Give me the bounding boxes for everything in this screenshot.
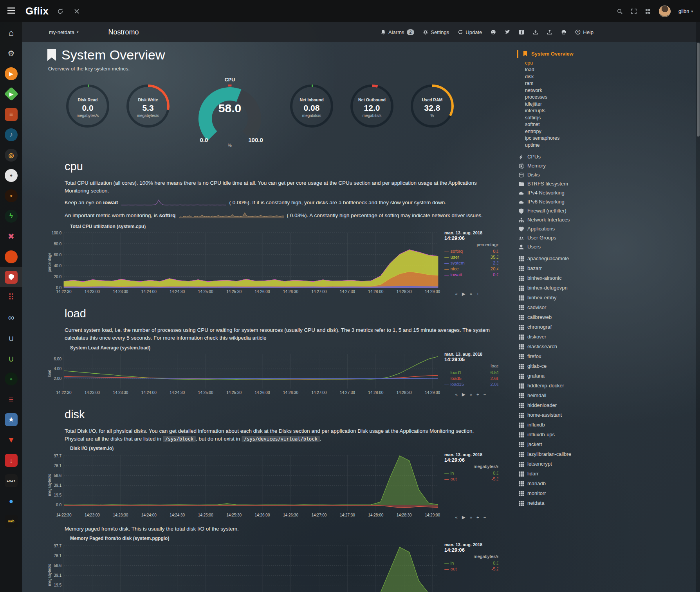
legend-item-load1[interactable]: — load1 6.51 (444, 370, 498, 376)
menu-app-influxdb[interactable]: influxdb (517, 420, 611, 430)
menu-section-cpus[interactable]: CPUs (517, 153, 611, 162)
chart-skip-backward-button[interactable]: « (455, 292, 457, 296)
menu-system-overview[interactable]: System Overview (517, 50, 611, 58)
menu-app-chronograf[interactable]: chronograf (517, 322, 611, 332)
menu-item-network[interactable]: network (517, 87, 611, 94)
menu-app-elasticsearch[interactable]: elasticsearch (517, 342, 611, 352)
netdata-hostname[interactable]: Nostromo (108, 28, 139, 36)
chart-zoom-out-button[interactable]: − (484, 292, 486, 296)
menu-item-interrupts[interactable]: interrupts (517, 108, 611, 115)
menu-app-grafana[interactable]: grafana (517, 371, 611, 381)
gauge-disk-write[interactable]: Disk Write 5.3 megabytes/s (119, 83, 177, 133)
hamburger-menu-button[interactable] (0, 0, 22, 22)
chart-plot[interactable]: 14:22:3014:23:0014:23:3014:24:0014:24:30… (45, 452, 440, 520)
menu-app-binhex-emby[interactable]: binhex-emby (517, 293, 611, 303)
menu-app-lidarr[interactable]: lidarr (517, 469, 611, 479)
legend-item-in[interactable]: — in 0.0 (444, 470, 498, 476)
chart-plot[interactable]: 14:22:3014:23:0014:23:3014:24:0014:24:30… (45, 542, 440, 592)
chart-canvas[interactable]: 14:22:3014:23:0014:23:3014:24:0014:24:30… (45, 452, 440, 519)
github-link[interactable] (491, 29, 496, 35)
sidebar-app-ring-app[interactable]: ● (0, 185, 22, 206)
scrollbar-thumb[interactable] (697, 43, 700, 137)
legend-item-softirq[interactable]: — softirq 0.0 (444, 248, 498, 254)
import-snapshot-button[interactable] (547, 29, 552, 35)
facebook-link[interactable] (519, 29, 524, 35)
menu-app-letsencrypt[interactable]: letsencrypt (517, 459, 611, 469)
sidebar-app-lazylibrarian[interactable]: LAZY (0, 470, 22, 491)
menu-app-hiddenloader[interactable]: hiddenloader (517, 401, 611, 410)
twitter-link[interactable] (505, 29, 510, 35)
menu-section-disks[interactable]: Disks (517, 171, 611, 180)
gauge-net-inbound[interactable]: Net Inbound 0.08 megabits/s (283, 83, 341, 133)
sidebar-app-bolt-app[interactable]: ϟ (0, 206, 22, 226)
update-button[interactable]: Update (458, 29, 482, 35)
menu-section-applications[interactable]: Applications (517, 225, 611, 234)
chart-skip-backward-button[interactable]: « (455, 392, 457, 397)
menu-app-heimdall[interactable]: heimdall (517, 391, 611, 401)
legend-item-load15[interactable]: — load15 2.06 (444, 381, 498, 387)
help-button[interactable]: ? Help (575, 29, 594, 35)
chart-zoom-in-button[interactable]: + (476, 392, 479, 397)
chart-plot[interactable]: 14:22:3014:23:0014:23:3014:24:0014:24:30… (45, 230, 440, 297)
menu-section-user-groups[interactable]: User Groups (517, 234, 611, 243)
menu-item-ipc-semaphores[interactable]: ipc semaphores (517, 135, 611, 142)
sidebar-app-netdata[interactable] (0, 267, 22, 287)
chart-zoom-in-button[interactable]: + (476, 292, 479, 296)
save-snapshot-button[interactable] (533, 29, 538, 35)
menu-section-users[interactable]: Users (517, 243, 611, 252)
gauge-cpu[interactable]: CPU 58.0 0.0 100.0 % (188, 77, 272, 150)
legend-item-out[interactable]: — out -5.3 (444, 476, 498, 482)
menu-app-apacheguacamole[interactable]: apacheguacamole (517, 254, 611, 264)
chart-play-button[interactable]: ▶ (462, 392, 465, 397)
sidebar-app-ubuntu-app[interactable] (0, 247, 22, 267)
gauge-used-ram[interactable]: Used RAM 32.8 % (403, 83, 461, 133)
menu-section-memory[interactable]: Memory (517, 162, 611, 171)
chart-skip-backward-button[interactable]: « (455, 515, 457, 520)
gauge-disk-read[interactable]: Disk Read 0.0 megabytes/s (59, 83, 117, 133)
menu-item-load[interactable]: load (517, 67, 611, 74)
menu-item-softirqs[interactable]: softirqs (517, 114, 611, 121)
fullscreen-button[interactable] (631, 8, 637, 14)
menu-app-binhex-airsonic[interactable]: binhex-airsonic (517, 274, 611, 283)
legend-item-out[interactable]: — out -5.2 (444, 566, 498, 572)
menu-app-diskover[interactable]: diskover (517, 332, 611, 342)
user-avatar[interactable] (659, 5, 671, 17)
menu-section-firewall-netfilter-[interactable]: Firewall (netfilter) (517, 207, 611, 216)
sidebar-app-ring2-app[interactable]: ● (0, 369, 22, 389)
apps-grid-button[interactable] (645, 8, 651, 14)
menu-item-ram[interactable]: ram (517, 80, 611, 87)
close-tab-button[interactable] (74, 8, 80, 14)
chart-skip-forward-button[interactable]: » (470, 515, 472, 520)
refresh-button[interactable] (57, 8, 63, 14)
menu-app-hddtemp-docker[interactable]: hddtemp-docker (517, 381, 611, 391)
menu-app-home-assistant[interactable]: home-assistant (517, 410, 611, 420)
menu-app-gitlab-ce[interactable]: gitlab-ce (517, 362, 611, 371)
menu-app-influxdb-ups[interactable]: influxdb-ups (517, 430, 611, 440)
sidebar-app-deluge[interactable]: ● (0, 491, 22, 511)
legend-item-in[interactable]: — in 0.0 (444, 560, 498, 566)
menu-section-btrfs-filesystem[interactable]: BTRFS filesystem (517, 180, 611, 189)
menu-app-monitorr[interactable]: monitorr (517, 489, 611, 498)
menu-app-jackett[interactable]: jackett (517, 440, 611, 450)
menu-item-softnet[interactable]: softnet (517, 121, 611, 128)
menu-section-ipv6-networking[interactable]: IPv6 Networking (517, 198, 611, 207)
menu-app-cadvisor[interactable]: cadvisor (517, 303, 611, 313)
sidebar-app-download-app[interactable]: ↓ (0, 450, 22, 470)
sidebar-app-heimdall[interactable]: ★ (0, 409, 22, 430)
user-menu[interactable]: gilbn ▾ (678, 8, 693, 14)
sidebar-app-settings[interactable]: ⚙ (0, 43, 22, 63)
menu-item-disk[interactable]: disk (517, 73, 611, 80)
menu-app-firefox[interactable]: firefox (517, 352, 611, 362)
page-scrollbar[interactable] (696, 22, 700, 592)
sidebar-app-radarr[interactable]: ● (0, 165, 22, 185)
menu-app-binhex-delugevpn[interactable]: binhex-delugevpn (517, 283, 611, 293)
menu-item-processes[interactable]: processes (517, 94, 611, 101)
sidebar-app-library-app[interactable]: ≡ (0, 104, 22, 124)
sidebar-app-gitlab[interactable]: ▼ (0, 430, 22, 450)
sidebar-app-ombi[interactable]: ◎ (0, 145, 22, 165)
settings-button[interactable]: Settings (423, 29, 449, 35)
sidebar-app-airsonic[interactable]: ♪ (0, 124, 22, 145)
sidebar-app-scissors-app[interactable]: ✖ (0, 226, 22, 247)
alarms-button[interactable]: Alarms 2 (381, 29, 414, 35)
search-button[interactable] (617, 8, 623, 14)
